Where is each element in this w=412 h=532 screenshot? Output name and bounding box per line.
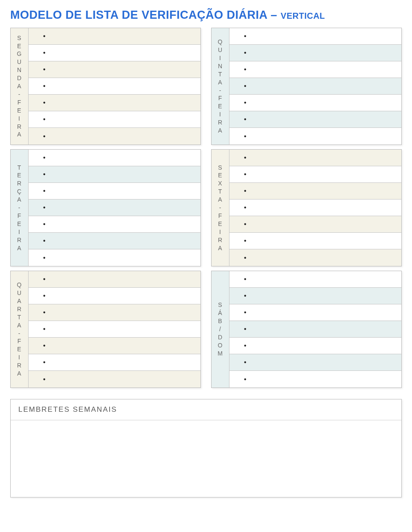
checklist-row[interactable] — [229, 128, 401, 145]
days-grid: SEGUNDA-FEIRATERÇA-FEIRAQUARTA-FEIRAQUIN… — [10, 28, 402, 392]
checklist-row[interactable] — [229, 338, 401, 354]
checklist-row[interactable] — [29, 338, 200, 354]
checklist-row[interactable] — [29, 111, 200, 128]
day-label-quarta: QUARTA-FEIRA — [11, 271, 29, 387]
checklist-row[interactable] — [29, 78, 200, 95]
checklist-row[interactable] — [29, 61, 200, 78]
checklist-row[interactable] — [229, 321, 401, 338]
title-main: MODELO DE LISTA DE VERIFICAÇÃO DIÁRIA — [10, 9, 267, 21]
checklist-row[interactable] — [229, 95, 401, 111]
checklist-row[interactable] — [29, 128, 200, 145]
day-block-sabdom: SÁB/DOM — [211, 271, 402, 388]
checklist-row[interactable] — [29, 166, 200, 183]
reminders-header: LEMBRETES SEMANAIS — [11, 399, 401, 420]
day-label-quinta: QUINTA-FEIRA — [212, 28, 229, 145]
page-title: MODELO DE LISTA DE VERIFICAÇÃO DIÁRIA – … — [10, 9, 402, 22]
checklist-row[interactable] — [29, 28, 200, 45]
checklist-row[interactable] — [229, 371, 401, 387]
day-label-terca: TERÇA-FEIRA — [11, 150, 29, 266]
day-label-sabdom: SÁB/DOM — [212, 271, 229, 387]
day-rows-segunda — [29, 28, 200, 145]
checklist-row[interactable] — [29, 354, 200, 371]
checklist-row[interactable] — [29, 233, 200, 249]
day-block-segunda: SEGUNDA-FEIRA — [10, 28, 201, 145]
checklist-row[interactable] — [229, 288, 401, 304]
day-rows-sexta — [229, 150, 401, 266]
day-rows-terca — [29, 150, 200, 266]
day-block-quinta: QUINTA-FEIRA — [211, 28, 402, 145]
checklist-row[interactable] — [29, 150, 200, 166]
checklist-row[interactable] — [229, 28, 401, 45]
checklist-row[interactable] — [229, 271, 401, 288]
checklist-row[interactable] — [229, 78, 401, 95]
day-rows-quinta — [229, 28, 401, 145]
column-right: QUINTA-FEIRASEXTA-FEIRASÁB/DOM — [211, 28, 402, 392]
day-block-sexta: SEXTA-FEIRA — [211, 149, 402, 266]
day-block-terca: TERÇA-FEIRA — [10, 149, 201, 266]
day-label-sexta: SEXTA-FEIRA — [212, 150, 229, 266]
day-block-quarta: QUARTA-FEIRA — [10, 271, 201, 388]
checklist-row[interactable] — [229, 45, 401, 61]
checklist-row[interactable] — [29, 321, 200, 338]
checklist-row[interactable] — [29, 45, 200, 61]
checklist-row[interactable] — [229, 111, 401, 128]
checklist-row[interactable] — [229, 216, 401, 233]
checklist-row[interactable] — [229, 183, 401, 200]
day-label-segunda: SEGUNDA-FEIRA — [11, 28, 29, 145]
checklist-row[interactable] — [229, 233, 401, 249]
reminders-block: LEMBRETES SEMANAIS — [10, 399, 402, 497]
checklist-row[interactable] — [229, 61, 401, 78]
day-rows-sabdom — [229, 271, 401, 387]
checklist-row[interactable] — [29, 200, 200, 216]
checklist-row[interactable] — [29, 371, 200, 387]
day-rows-quarta — [29, 271, 200, 387]
column-left: SEGUNDA-FEIRATERÇA-FEIRAQUARTA-FEIRA — [10, 28, 201, 392]
reminders-body[interactable] — [11, 420, 401, 497]
checklist-row[interactable] — [229, 304, 401, 321]
checklist-row[interactable] — [229, 200, 401, 216]
title-sep: – — [267, 9, 281, 21]
checklist-row[interactable] — [29, 249, 200, 266]
checklist-row[interactable] — [29, 271, 200, 288]
checklist-row[interactable] — [29, 304, 200, 321]
checklist-row[interactable] — [229, 166, 401, 183]
checklist-row[interactable] — [229, 354, 401, 371]
checklist-row[interactable] — [29, 183, 200, 200]
checklist-row[interactable] — [29, 95, 200, 111]
checklist-row[interactable] — [29, 216, 200, 233]
title-sub: VERTICAL — [281, 11, 325, 20]
checklist-row[interactable] — [29, 288, 200, 304]
checklist-row[interactable] — [229, 249, 401, 266]
checklist-row[interactable] — [229, 150, 401, 166]
